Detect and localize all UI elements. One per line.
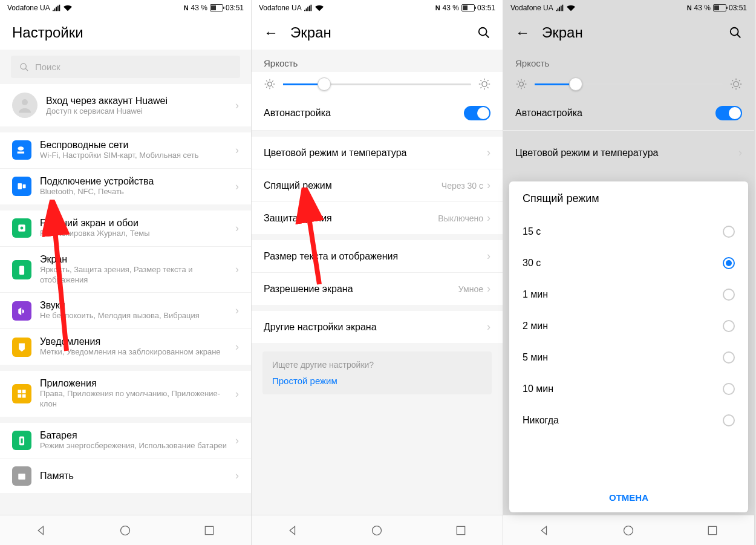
brightness-label: Яркость <box>503 50 754 72</box>
radio-icon <box>723 257 735 269</box>
nav-back-icon[interactable] <box>287 524 299 537</box>
tip-link[interactable]: Простой режим <box>272 376 482 386</box>
search-input[interactable]: Поиск <box>11 56 240 78</box>
auto-brightness-toggle[interactable] <box>715 106 742 120</box>
settings-row[interactable]: Размер текста и отображения› <box>252 240 503 273</box>
dialog-title: Спящий режим <box>509 181 748 216</box>
signal-icon <box>556 4 564 11</box>
auto-brightness-row[interactable]: Автонастройка <box>252 96 503 131</box>
nav-home-icon[interactable] <box>371 524 383 537</box>
radio-icon <box>723 289 735 301</box>
status-bar: Vodafone UA N 43 % 03:51 <box>0 0 251 16</box>
search-icon[interactable] <box>729 26 742 39</box>
radio-icon <box>723 226 735 238</box>
settings-row[interactable]: Цветовой режим и температура› <box>252 137 503 169</box>
battery-icon <box>461 4 475 11</box>
item-icon <box>12 177 31 196</box>
back-button[interactable]: ← <box>264 24 278 41</box>
page-title: Экран <box>290 24 331 41</box>
color-mode-row[interactable]: Цветовой режим и температура › <box>503 137 754 169</box>
settings-row[interactable]: Спящий режимЧерез 30 с› <box>252 169 503 202</box>
settings-row[interactable]: Разрешение экранаУмное› <box>252 273 503 305</box>
carrier-label: Vodafone UA <box>510 4 553 12</box>
wifi-icon <box>567 4 575 11</box>
auto-brightness-row[interactable]: Автонастройка <box>503 96 754 131</box>
tip-box: Ищете другие настройки? Простой режим <box>262 351 492 394</box>
chevron-right-icon: › <box>235 388 239 400</box>
chevron-right-icon: › <box>487 250 490 263</box>
sleep-option[interactable]: Никогда <box>509 405 748 436</box>
tip-question: Ищете другие настройки? <box>272 360 482 370</box>
chevron-right-icon: › <box>487 179 490 192</box>
nav-back-icon[interactable] <box>36 524 48 537</box>
settings-row[interactable]: Защита зренияВыключено› <box>252 202 503 234</box>
item-icon <box>12 301 31 321</box>
settings-item[interactable]: Беспроводные сетиWi-Fi, Настройки SIM-ка… <box>0 132 251 169</box>
nav-recents-icon[interactable] <box>203 524 215 537</box>
search-icon[interactable] <box>477 26 490 39</box>
sleep-option[interactable]: 5 мин <box>509 342 748 373</box>
chevron-right-icon: › <box>487 146 490 159</box>
nav-back-icon[interactable] <box>539 524 551 537</box>
nfc-icon: N <box>687 4 692 11</box>
sleep-option[interactable]: 15 с <box>509 216 748 247</box>
settings-item[interactable]: Рабочий экран и обоиРазблокировка Журнал… <box>0 210 251 247</box>
settings-item[interactable]: Память› <box>0 459 251 493</box>
settings-group-2: Рабочий экран и обоиРазблокировка Журнал… <box>0 210 251 365</box>
nav-bar <box>252 515 503 545</box>
settings-item[interactable]: Подключение устройстваBluetooth, NFC, Пе… <box>0 169 251 204</box>
svg-point-29 <box>482 82 487 86</box>
row-title: Спящий режим <box>264 180 442 191</box>
nav-recents-icon[interactable] <box>455 524 467 537</box>
settings-group-1: Беспроводные сетиWi-Fi, Настройки SIM-ка… <box>0 132 251 204</box>
settings-item[interactable]: УведомленияМетки, Уведомления на заблоки… <box>0 329 251 365</box>
cancel-button[interactable]: ОТМЕНА <box>509 483 748 512</box>
svg-rect-7 <box>19 266 24 275</box>
sleep-option[interactable]: 2 мин <box>509 310 748 342</box>
nav-home-icon[interactable] <box>622 524 634 537</box>
sun-large-icon <box>730 78 742 90</box>
svg-rect-40 <box>457 526 464 534</box>
account-row[interactable]: Вход через аккаунт Huawei Доступ к серви… <box>0 84 251 126</box>
nav-home-icon[interactable] <box>119 524 131 537</box>
item-title: Приложения <box>40 378 227 389</box>
nfc-icon: N <box>184 4 189 11</box>
item-title: Экран <box>40 254 227 265</box>
chevron-right-icon: › <box>738 146 742 159</box>
sleep-option[interactable]: 10 мин <box>509 373 748 405</box>
item-title: Беспроводные сети <box>40 140 227 151</box>
sun-large-icon <box>478 78 490 90</box>
battery-pct: 43 % <box>694 4 711 12</box>
auto-brightness-label: Автонастройка <box>515 108 715 119</box>
sleep-option[interactable]: 1 мин <box>509 279 748 310</box>
brightness-slider[interactable] <box>283 83 471 85</box>
auto-brightness-toggle[interactable] <box>464 106 490 120</box>
settings-item[interactable]: БатареяРежим энергосбережения, Использов… <box>0 423 251 459</box>
chevron-right-icon: › <box>235 341 239 353</box>
status-bar: Vodafone UA N 43 % 03:51 <box>503 0 754 16</box>
sleep-option[interactable]: 30 с <box>509 247 748 279</box>
svg-line-51 <box>524 80 525 82</box>
svg-line-34 <box>480 80 481 81</box>
item-sub: Яркость, Защита зрения, Размер текста и … <box>40 265 227 286</box>
item-icon <box>12 431 31 450</box>
svg-point-20 <box>268 82 272 86</box>
svg-rect-13 <box>21 439 22 443</box>
svg-point-16 <box>121 526 130 535</box>
account-title: Вход через аккаунт Huawei <box>46 96 227 106</box>
settings-item[interactable]: ЗвукиНе беспокоить, Мелодия вызова, Вибр… <box>0 293 251 329</box>
nav-recents-icon[interactable] <box>706 524 719 537</box>
svg-line-26 <box>272 86 273 88</box>
wifi-icon <box>315 4 324 11</box>
settings-item[interactable]: ЭкранЯркость, Защита зрения, Размер текс… <box>0 247 251 293</box>
item-title: Звуки <box>40 300 227 311</box>
settings-row[interactable]: Другие настройки экрана› <box>252 311 503 343</box>
back-button[interactable]: ← <box>515 24 530 41</box>
carrier-label: Vodafone UA <box>259 4 302 12</box>
row-value: Умное <box>458 284 483 294</box>
svg-rect-3 <box>18 183 22 189</box>
brightness-slider[interactable] <box>535 83 723 85</box>
settings-item[interactable]: ПриложенияПрава, Приложения по умолчанию… <box>0 371 251 417</box>
brightness-label: Яркость <box>252 50 503 72</box>
signal-icon <box>304 4 313 11</box>
